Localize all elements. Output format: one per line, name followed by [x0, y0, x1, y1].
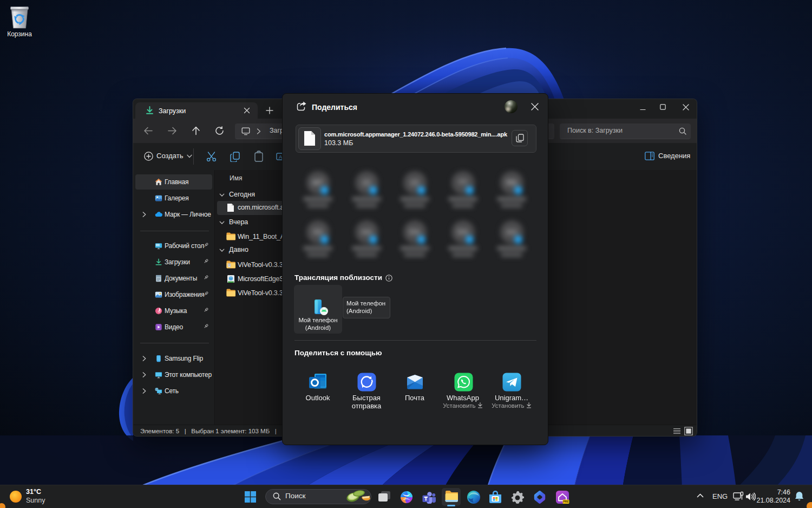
svg-text:PRE: PRE [563, 500, 569, 503]
